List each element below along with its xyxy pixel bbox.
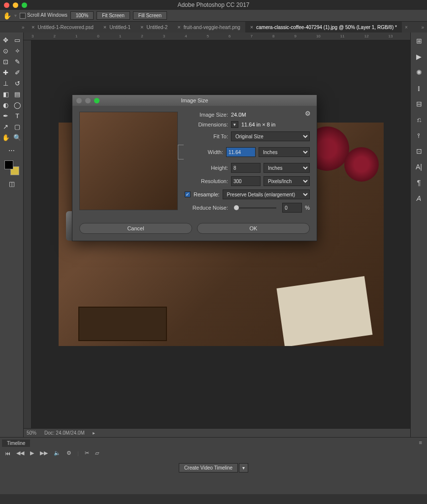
close-icon[interactable]: ×	[103, 24, 106, 30]
resample-checkbox[interactable]: ✓	[185, 191, 191, 197]
stamp-tool-icon[interactable]: ⊥	[1, 79, 10, 88]
history-brush-icon[interactable]: ↺	[13, 79, 22, 88]
document-tabs: ×Untitled-1-Recovered.psd ×Untitled-1 ×U…	[0, 22, 427, 32]
reduce-noise-label: Reduce Noise:	[185, 205, 228, 211]
transition-icon[interactable]: ▱	[95, 450, 99, 456]
move-tool-icon[interactable]: ✥	[1, 35, 10, 44]
zoom-100-button[interactable]: 100%	[70, 11, 94, 20]
close-icon[interactable]: ×	[140, 24, 143, 30]
close-icon[interactable]: ×	[405, 25, 408, 30]
quickmask-icon[interactable]: ◫	[7, 179, 16, 188]
color-panel-icon[interactable]: ⊡	[415, 147, 424, 156]
panel-menu-icon[interactable]: ≡	[419, 440, 422, 445]
properties-panel-icon[interactable]: ⊞	[415, 36, 424, 45]
fit-to-select[interactable]: Original Size	[231, 131, 310, 141]
tab-label: camera-classic-coffee-407294 (1).jpg @ 5…	[256, 25, 397, 30]
mute-icon[interactable]: 🔈	[54, 450, 61, 456]
image-size-label: Image Size:	[185, 112, 228, 118]
options-bar: ✋ ▾ Scroll All Windows 100% Fit Screen F…	[0, 10, 427, 22]
ruler-horizontal: 321012345678910111213	[24, 32, 410, 40]
reduce-noise-input[interactable]	[282, 203, 302, 213]
image-size-value: 24.0M	[231, 112, 246, 118]
canvas[interactable]: Image Size ⚙ Image Size:24.0M Dimensions…	[32, 40, 410, 428]
doc-tab[interactable]: ×Untitled-1-Recovered.psd	[27, 22, 99, 32]
dimensions-value: 11.64 in × 8 in	[241, 122, 275, 127]
dimensions-unit-dropdown[interactable]: ▾	[231, 121, 238, 128]
paragraph-panel-icon[interactable]: ¶	[415, 178, 424, 187]
doc-tab-active[interactable]: ×camera-classic-coffee-407294 (1).jpg @ …	[245, 22, 402, 32]
paths-panel-icon[interactable]: ⫯	[415, 131, 424, 140]
character-panel-icon[interactable]: A|	[415, 162, 424, 171]
first-frame-icon[interactable]: ⏮	[5, 450, 10, 456]
fit-screen-button[interactable]: Fit Screen	[97, 11, 130, 20]
gear-icon[interactable]: ⚙	[305, 110, 311, 117]
width-unit-select[interactable]: Inches	[259, 147, 310, 157]
resolution-input[interactable]	[231, 176, 261, 186]
doc-tab[interactable]: ×fruit-and-veggie-heart.png	[172, 22, 245, 32]
scroll-label: Scroll All Windows	[27, 12, 67, 18]
path-tool-icon[interactable]: ↗	[1, 122, 10, 131]
crop-tool-icon[interactable]: ⊡	[1, 57, 10, 66]
color-swatch[interactable]	[4, 160, 19, 175]
cancel-button[interactable]: Cancel	[79, 223, 192, 234]
hand-tool-icon[interactable]: ✋	[1, 133, 10, 142]
blur-tool-icon[interactable]: ◐	[1, 100, 10, 109]
resample-select[interactable]: Preserve Details (enlargement)	[223, 189, 310, 199]
brush-tool-icon[interactable]: ✐	[13, 68, 22, 77]
width-input[interactable]	[226, 147, 256, 157]
dodge-tool-icon[interactable]: ◯	[13, 100, 22, 109]
chevron-right-icon[interactable]: ▸	[93, 430, 95, 436]
timeline-tab[interactable]: Timeline	[2, 440, 30, 447]
eyedropper-tool-icon[interactable]: ✎	[13, 57, 22, 66]
tab-label: Untitled-1-Recovered.psd	[37, 25, 93, 30]
marquee-tool-icon[interactable]: ▭	[13, 35, 22, 44]
app-titlebar: Adobe Photoshop CC 2017	[0, 0, 427, 10]
glyphs-panel-icon[interactable]: A	[415, 194, 424, 203]
next-frame-icon[interactable]: ▶▶	[40, 450, 48, 456]
create-video-timeline-button[interactable]: Create Video Timeline	[179, 463, 238, 472]
doc-tab[interactable]: ×Untitled-1	[99, 22, 135, 32]
doc-tab[interactable]: ×Untitled-2	[135, 22, 172, 32]
doc-info[interactable]: Doc: 24.0M/24.0M	[44, 430, 85, 436]
scroll-all-windows-checkbox[interactable]: Scroll All Windows	[20, 12, 67, 18]
ruler-vertical	[24, 40, 32, 428]
play-icon[interactable]: ▶	[415, 52, 424, 61]
settings-icon[interactable]: ⚙	[66, 450, 71, 456]
foreground-color[interactable]	[4, 160, 13, 169]
wand-tool-icon[interactable]: ✧	[13, 46, 22, 55]
close-icon[interactable]: ×	[250, 24, 253, 30]
adjustments-panel-icon[interactable]: ✺	[415, 68, 424, 77]
gradient-tool-icon[interactable]: ▤	[13, 90, 22, 98]
lasso-tool-icon[interactable]: ⊙	[1, 46, 10, 55]
timeline-mode-dropdown[interactable]: ▾	[239, 463, 248, 472]
tabs-overflow-icon[interactable]: »	[421, 25, 424, 30]
split-icon[interactable]: ✂	[85, 450, 89, 456]
ok-button[interactable]: OK	[197, 223, 310, 234]
zoom-tool-icon[interactable]: 🔍	[13, 133, 22, 142]
fill-screen-button[interactable]: Fill Screen	[133, 11, 167, 20]
right-panel-dock: ⊞ ▶ ✺ ⫿ ⊟ ⎌ ⫯ ⊡ A| ¶ A	[410, 32, 427, 437]
close-icon[interactable]: ×	[177, 24, 180, 30]
edit-toolbar-icon[interactable]: ⋯	[7, 146, 16, 155]
shape-tool-icon[interactable]: ▢	[13, 122, 22, 131]
reduce-noise-slider[interactable]	[234, 207, 276, 209]
type-tool-icon[interactable]: T	[13, 111, 22, 120]
resolution-unit-select[interactable]: Pixels/Inch	[263, 176, 310, 186]
eraser-tool-icon[interactable]: ◧	[1, 90, 10, 98]
prev-frame-icon[interactable]: ◀◀	[16, 450, 24, 456]
histogram-panel-icon[interactable]: ⫿	[415, 84, 424, 93]
height-label: Height:	[185, 165, 228, 171]
height-unit-select[interactable]: Inches	[263, 163, 310, 173]
heal-tool-icon[interactable]: ✚	[1, 68, 10, 77]
hand-tool-icon[interactable]: ✋	[3, 12, 11, 20]
toolbox: ✥▭ ⊙✧ ⊡✎ ✚✐ ⊥↺ ◧▤ ◐◯ ✒T ↗▢ ✋🔍 ⋯ ◫	[0, 32, 24, 437]
channels-panel-icon[interactable]: ⎌	[415, 115, 424, 124]
layers-panel-icon[interactable]: ⊟	[415, 99, 424, 108]
pen-tool-icon[interactable]: ✒	[1, 111, 10, 120]
zoom-level[interactable]: 50%	[27, 430, 36, 436]
dialog-titlebar[interactable]: Image Size	[72, 95, 317, 106]
play-icon[interactable]: ▶	[30, 450, 34, 456]
link-icon[interactable]	[178, 145, 184, 159]
height-input[interactable]	[231, 163, 261, 173]
close-icon[interactable]: ×	[32, 24, 34, 30]
